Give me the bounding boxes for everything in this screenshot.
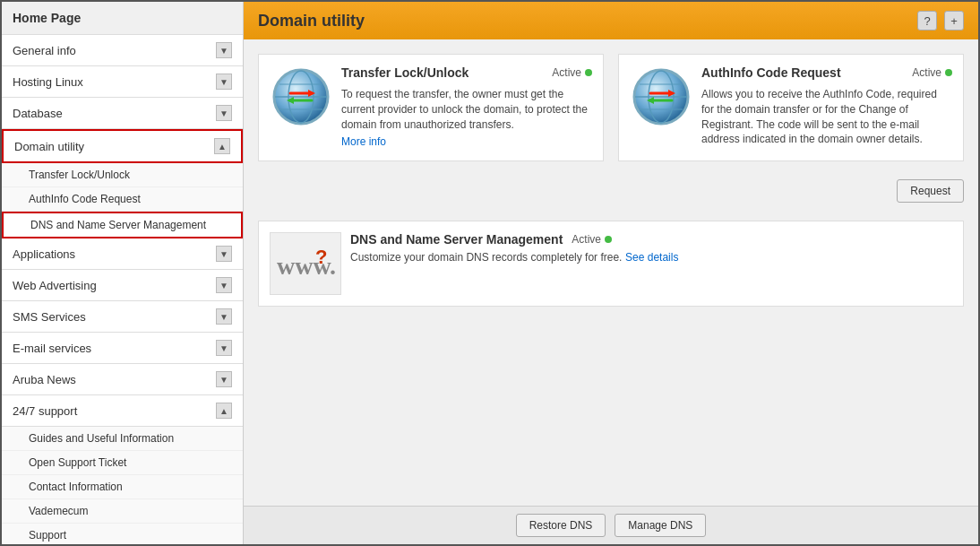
chevron-email-services-icon: ▼ [216,340,232,356]
dns-card-title: DNS and Name Server Management [350,232,563,247]
chevron-hosting-linux-icon: ▼ [216,74,232,90]
restore-dns-button[interactable]: Restore DNS [516,514,606,537]
dns-management-label: DNS and Name Server Management [30,219,206,231]
main-panel: Domain utility ? + [244,2,978,544]
sidebar-subitem-dns-management[interactable]: DNS and Name Server Management [2,212,243,238]
sidebar-item-web-advertising[interactable]: Web Advertising ▼ [2,270,243,301]
chevron-aruba-news-icon: ▼ [216,371,232,387]
transfer-lock-icon [270,65,332,128]
help-icon[interactable]: ? [917,11,937,30]
transfer-lock-label: Transfer Lock/Unlock [29,169,130,181]
transfer-card-desc: To request the transfer, the owner must … [341,87,592,132]
bottom-bar: Restore DNS Manage DNS [244,506,978,544]
transfer-status-text: Active [552,66,581,79]
sidebar-subitem-contact-info[interactable]: Contact Information [2,475,243,499]
transfer-card-title: Transfer Lock/Unlock [341,65,469,80]
sidebar-item-aruba-news[interactable]: Aruba News ▼ [2,364,243,395]
support-label: Support [29,529,66,542]
guides-label: Guides and Useful Information [29,432,174,445]
chevron-applications-icon: ▼ [216,246,232,262]
sidebar-item-247-support[interactable]: 24/7 support ▲ [2,395,243,427]
request-row: Request [258,176,964,206]
sms-services-label: SMS Services [13,310,86,324]
main-header: Domain utility ? + [244,2,978,39]
authinfo-label: AuthInfo Code Request [29,193,141,205]
transfer-card-text: Transfer Lock/Unlock Active To request t… [341,65,592,148]
247-support-label: 24/7 support [13,404,77,418]
main-window: Home Page General info ▼ Hosting Linux ▼… [0,0,980,546]
sidebar-item-sms-services[interactable]: SMS Services ▼ [2,301,243,333]
sidebar-subitem-guides[interactable]: Guides and Useful Information [2,427,243,451]
authinfo-status-badge: Active [912,66,952,79]
dns-status-text: Active [572,233,601,246]
chevron-general-info-icon: ▼ [216,42,232,58]
database-label: Database [13,107,63,120]
vademecum-label: Vademecum [29,505,88,517]
sidebar-item-hosting-linux[interactable]: Hosting Linux ▼ [2,66,243,98]
authinfo-status-text: Active [912,66,941,79]
dns-card-desc: Customize your domain DNS records comple… [350,251,622,264]
dns-see-details-link[interactable]: See details [625,251,678,264]
sidebar-item-applications[interactable]: Applications ▼ [2,238,243,270]
chevron-247-support-icon: ▲ [216,403,232,419]
page-title: Domain utility [258,12,365,30]
email-services-label: E-mail services [13,342,91,355]
authinfo-card-header: AuthInfo Code Request Active [701,65,952,80]
sidebar-subitem-authinfo[interactable]: AuthInfo Code Request [2,187,243,212]
dns-status-dot [605,236,612,243]
plus-icon[interactable]: + [944,11,964,30]
svg-text:?: ? [315,246,327,268]
chevron-domain-utility-icon: ▲ [214,138,230,154]
sidebar-item-email-services[interactable]: E-mail services ▼ [2,333,243,364]
authinfo-icon [630,65,692,128]
authinfo-card-text: AuthInfo Code Request Active Allows you … [701,65,952,147]
transfer-more-info-link[interactable]: More info [341,135,592,148]
sidebar-item-general-info[interactable]: General info ▼ [2,35,243,66]
open-ticket-label: Open Support Ticket [29,456,126,469]
domain-utility-label: Domain utility [14,140,84,153]
sidebar-subitem-transfer-lock[interactable]: Transfer Lock/Unlock [2,163,243,187]
sidebar-item-domain-utility[interactable]: Domain utility ▲ [2,129,243,163]
chevron-database-icon: ▼ [216,105,232,121]
hosting-linux-label: Hosting Linux [13,75,83,89]
header-icons: ? + [917,11,964,30]
dns-status-badge: Active [572,233,612,246]
sidebar-subitem-vademecum[interactable]: Vademecum [2,499,243,524]
applications-label: Applications [13,247,75,261]
chevron-sms-services-icon: ▼ [216,308,232,325]
main-content: Transfer Lock/Unlock Active To request t… [244,39,978,506]
web-advertising-label: Web Advertising [13,279,97,292]
card-transfer-lock: Transfer Lock/Unlock Active To request t… [258,54,604,161]
transfer-status-dot [585,69,592,76]
sidebar-subitem-open-ticket[interactable]: Open Support Ticket [2,451,243,475]
dns-card-text: DNS and Name Server Management Active Cu… [350,232,952,265]
chevron-web-advertising-icon: ▼ [216,277,232,293]
transfer-status-badge: Active [552,66,592,79]
dns-header-row: DNS and Name Server Management Active [350,232,952,247]
transfer-card-header: Transfer Lock/Unlock Active [341,65,592,80]
sidebar-home[interactable]: Home Page [2,2,243,35]
cards-row: Transfer Lock/Unlock Active To request t… [258,54,964,161]
dns-icon: www. ? [270,232,341,295]
dns-section: www. ? DNS and Name Server Management Ac… [258,221,964,307]
sidebar-item-database[interactable]: Database ▼ [2,98,243,129]
aruba-news-label: Aruba News [13,373,76,386]
home-label: Home Page [13,11,81,25]
request-button[interactable]: Request [897,179,964,203]
manage-dns-button[interactable]: Manage DNS [615,514,706,537]
general-info-label: General info [13,44,76,57]
sidebar: Home Page General info ▼ Hosting Linux ▼… [2,2,244,544]
authinfo-card-desc: Allows you to receive the AuthInfo Code,… [701,87,952,147]
contact-info-label: Contact Information [29,481,123,493]
card-authinfo: AuthInfo Code Request Active Allows you … [618,54,964,161]
authinfo-status-dot [945,69,952,76]
sidebar-subitem-support[interactable]: Support [2,524,243,544]
authinfo-card-title: AuthInfo Code Request [701,65,841,80]
